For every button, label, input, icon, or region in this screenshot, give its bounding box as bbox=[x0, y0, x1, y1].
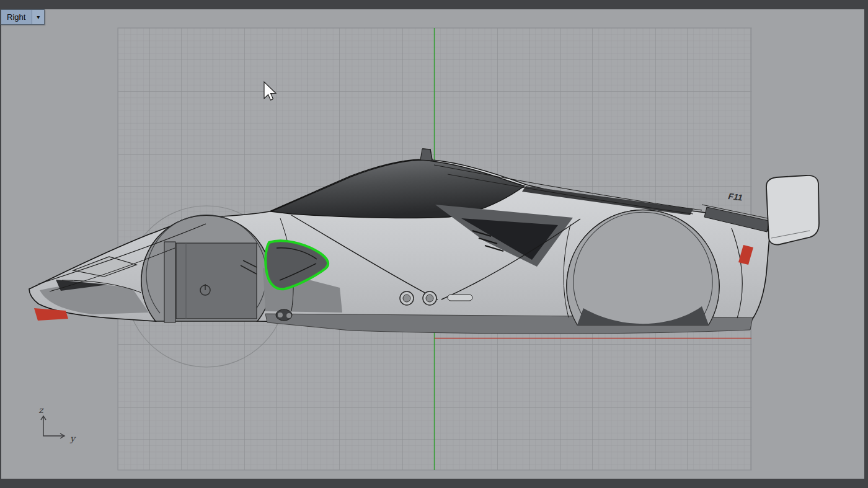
viewport-svg: F11 z y bbox=[0, 0, 868, 488]
arch-strut bbox=[164, 242, 175, 322]
arch-equipment-box bbox=[176, 243, 257, 319]
port-right-inner bbox=[426, 295, 433, 302]
car-logo-text: F11 bbox=[728, 191, 743, 203]
application-window: F11 z y Right ▾ bbox=[0, 0, 868, 488]
port-left-inner bbox=[403, 295, 410, 302]
chevron-down-icon[interactable]: ▾ bbox=[32, 10, 44, 24]
sill-badge bbox=[276, 309, 292, 321]
viewport-title-tab[interactable]: Right ▾ bbox=[1, 9, 45, 25]
roof-fin bbox=[420, 149, 432, 161]
port-slot bbox=[448, 295, 472, 301]
viewport-title[interactable]: Right bbox=[1, 10, 32, 24]
